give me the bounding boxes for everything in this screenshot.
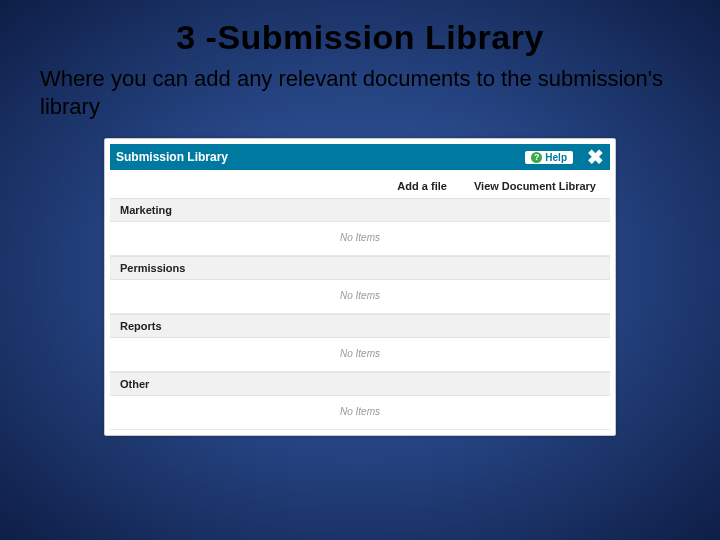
empty-state: No Items (110, 222, 610, 256)
section-title: Permissions (110, 256, 610, 280)
help-icon: ? (531, 152, 542, 163)
slide-title: 3 -Submission Library (0, 18, 720, 57)
close-icon[interactable]: ✖ (587, 147, 604, 167)
section-title: Reports (110, 314, 610, 338)
empty-state: No Items (110, 396, 610, 430)
panel-header: Submission Library ? Help ✖ (110, 144, 610, 170)
submission-library-panel: Submission Library ? Help ✖ Add a file V… (104, 138, 616, 436)
view-document-library-link[interactable]: View Document Library (474, 180, 596, 192)
section-marketing: Marketing No Items (110, 198, 610, 256)
add-file-link[interactable]: Add a file (397, 180, 447, 192)
section-other: Other No Items (110, 372, 610, 430)
help-button[interactable]: ? Help (525, 151, 573, 164)
section-title: Marketing (110, 198, 610, 222)
slide-subtitle: Where you can add any relevant documents… (40, 65, 680, 120)
section-reports: Reports No Items (110, 314, 610, 372)
empty-state: No Items (110, 338, 610, 372)
empty-state: No Items (110, 280, 610, 314)
section-title: Other (110, 372, 610, 396)
help-label: Help (545, 152, 567, 163)
panel-title: Submission Library (116, 150, 525, 164)
panel-actions: Add a file View Document Library (110, 170, 610, 198)
section-permissions: Permissions No Items (110, 256, 610, 314)
